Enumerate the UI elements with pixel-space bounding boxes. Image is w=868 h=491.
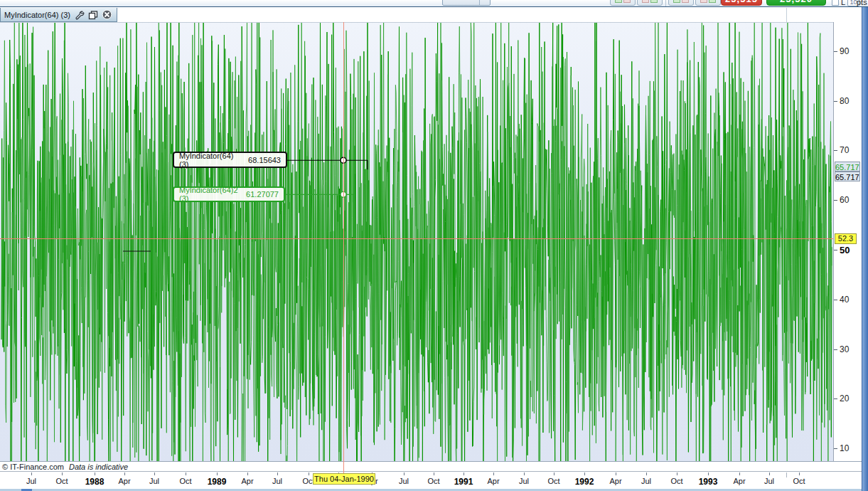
y-axis-tick-label: 10 <box>840 443 849 453</box>
indicator-chart-canvas[interactable]: MyIndicator(64) (3) 68.15643 MyIndicator… <box>0 22 833 461</box>
order-icon <box>673 0 680 3</box>
y-axis-tick <box>834 200 837 201</box>
sell-price-button[interactable]: 25,515 <box>721 0 762 6</box>
time-axis-tick <box>62 472 63 475</box>
series2-tooltip-value: 61.27077 <box>239 190 279 199</box>
y-axis-tick <box>834 51 837 52</box>
y-axis-tick <box>834 398 837 399</box>
stop-checkbox-label: L <box>841 0 845 6</box>
time-axis-label: Jul <box>26 477 36 485</box>
wrench-icon[interactable] <box>75 9 85 20</box>
order-icon <box>709 0 716 3</box>
toolbar-separator <box>665 0 666 7</box>
time-axis-label: 1988 <box>85 477 105 487</box>
order-button-4[interactable] <box>695 0 721 6</box>
y-axis-tick-label: 30 <box>840 344 849 354</box>
time-axis-tick <box>31 472 32 475</box>
series1-tooltip-label: MyIndicator(64) (3) <box>179 152 241 169</box>
time-axis-tick <box>186 472 186 475</box>
order-icon <box>615 0 622 3</box>
time-axis-label: Apr <box>241 477 253 485</box>
y-axis-tick-label: 80 <box>840 96 849 106</box>
order-icon <box>623 0 631 3</box>
time-axis-label: 1992 <box>575 477 594 487</box>
time-axis-tick <box>309 472 309 475</box>
trading-app-window: 25,515 25,520 L 10 pts MyIndicator(64) (… <box>0 0 868 491</box>
time-axis-tick <box>769 472 770 475</box>
series2-value-tooltip[interactable]: MyIndicator(64)2 (3) 61.27077 <box>173 186 285 202</box>
time-axis-label: Jul <box>641 477 651 485</box>
series1-tooltip-value: 68.15643 <box>241 156 281 164</box>
y-axis-tick-label: 40 <box>840 295 849 305</box>
time-axis-label: Apr <box>487 477 499 485</box>
y-axis: 65.717 65.717 52.3 908070605040302010 <box>833 22 862 461</box>
buy-price-button[interactable]: 25,520 <box>766 0 826 6</box>
order-icon <box>650 0 658 3</box>
time-axis-label: 1991 <box>454 477 473 487</box>
y-axis-tick-label: 90 <box>840 46 849 56</box>
indicator-tab[interactable]: MyIndicator(64) (3) <box>0 8 117 22</box>
time-axis-label: Apr <box>733 477 745 485</box>
order-icon <box>682 0 689 3</box>
y-axis-tick <box>834 300 837 300</box>
order-button-2[interactable] <box>637 0 663 6</box>
time-axis-tick <box>708 472 709 475</box>
time-axis-tick <box>95 472 95 475</box>
time-axis-tick <box>434 472 434 475</box>
y-axis-tick <box>834 349 837 350</box>
y-axis-tick-label: 60 <box>840 195 849 205</box>
indicator-series-plot <box>0 23 833 462</box>
time-axis-label: 1993 <box>699 477 718 487</box>
y-axis-tick <box>834 250 837 250</box>
time-axis-label: Oct <box>793 477 805 485</box>
time-axis-tick <box>464 472 464 475</box>
copyright-bar: © IT-Finance.com Data is indicative <box>0 461 862 472</box>
order-button-1[interactable] <box>610 0 636 6</box>
stop-order-checkbox[interactable] <box>832 0 839 6</box>
time-axis-tick <box>554 472 554 475</box>
time-axis-label: Oct <box>179 477 191 485</box>
copy-icon[interactable] <box>88 9 99 20</box>
close-icon[interactable] <box>102 9 112 20</box>
crosshair-value-box: 52.3 <box>835 233 857 244</box>
series1-value-tooltip[interactable]: MyIndicator(64) (3) 68.15643 <box>173 152 287 168</box>
time-axis-tick <box>124 472 125 475</box>
time-axis-label: 1989 <box>208 477 227 487</box>
time-axis-tick <box>616 472 616 475</box>
order-icon <box>642 0 649 3</box>
y-axis-tick-label: 50 <box>840 245 850 255</box>
crosshair-date-box: Thu 04-Jan-1990 <box>313 473 375 485</box>
y-axis-tick <box>834 150 837 151</box>
time-axis-label: Jul <box>764 477 774 485</box>
time-axis-tick <box>739 472 740 475</box>
time-axis-tick <box>404 472 404 475</box>
time-axis-tick <box>277 472 278 475</box>
time-axis-label: Jul <box>272 477 282 485</box>
time-axis-end-line <box>786 472 787 477</box>
time-axis-label: Jul <box>149 477 159 485</box>
order-button-3[interactable] <box>668 0 694 6</box>
copyright-text: © IT-Finance.com <box>2 463 64 471</box>
time-axis-label: Oct <box>55 477 68 485</box>
time-axis-tick <box>217 472 218 475</box>
series2-tooltip-label: MyIndicator(64)2 (3) <box>179 186 239 203</box>
timeframe-dropdown[interactable] <box>442 0 491 6</box>
crosshair-vertical-line <box>343 22 344 474</box>
top-toolbar: 25,515 25,520 L 10 pts <box>0 0 868 7</box>
time-axis-label: Jul <box>399 477 409 485</box>
points-unit-label: pts <box>857 0 867 6</box>
y-axis-tick-label: 20 <box>840 394 849 403</box>
vertical-scrollbar[interactable] <box>862 7 868 491</box>
time-axis-tick <box>584 472 585 475</box>
time-axis[interactable]: JulOct1988AprJulOct1989AprJulOct1990AprJ… <box>0 472 862 489</box>
disclaimer-text: Data is indicative <box>69 463 128 471</box>
time-axis-label: Oct <box>427 477 439 485</box>
y-axis-tick-label: 70 <box>840 145 849 155</box>
order-icon <box>700 0 707 3</box>
time-axis-tick <box>799 472 800 475</box>
series2-last-value-box: 65.717 <box>835 171 860 181</box>
crosshair-horizontal-line <box>0 238 833 239</box>
time-axis-label: Apr <box>118 477 130 485</box>
time-axis-label: Oct <box>547 477 559 485</box>
time-axis-label: Apr <box>609 477 621 485</box>
